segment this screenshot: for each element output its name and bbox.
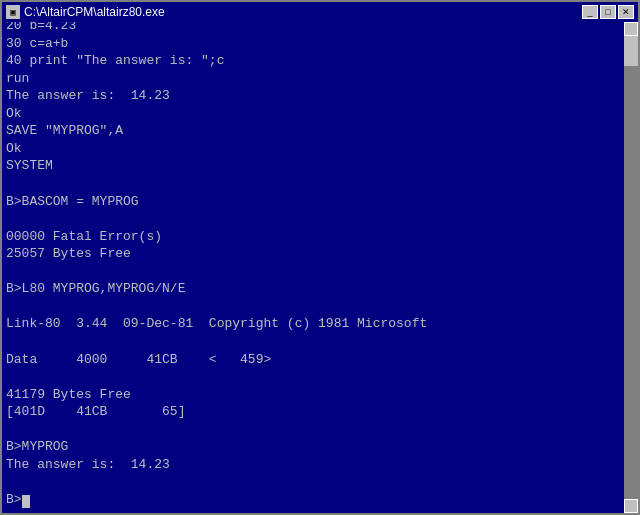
title-bar-left: ▣ C:\AltairCPM\altairz80.exe: [6, 5, 165, 19]
main-window: ▣ C:\AltairCPM\altairz80.exe _ □ ✕ B> B>…: [0, 0, 640, 515]
terminal-cursor: [22, 495, 30, 508]
window-title: C:\AltairCPM\altairz80.exe: [24, 5, 165, 19]
window-icon: ▣: [6, 5, 20, 19]
scrollbar[interactable]: ▲ ▼: [624, 22, 638, 513]
title-buttons: _ □ ✕: [582, 5, 634, 19]
scrollbar-thumb[interactable]: [624, 36, 638, 66]
terminal-area[interactable]: B> B> B> B> B> B>mbasic BASIC-80 Rev. 5.…: [2, 22, 638, 513]
close-button[interactable]: ✕: [618, 5, 634, 19]
terminal-output: B> B> B> B> B> B>mbasic BASIC-80 Rev. 5.…: [2, 22, 624, 513]
minimize-button[interactable]: _: [582, 5, 598, 19]
scrollbar-track[interactable]: [624, 36, 638, 499]
scroll-down-button[interactable]: ▼: [624, 499, 638, 513]
title-bar: ▣ C:\AltairCPM\altairz80.exe _ □ ✕: [2, 2, 638, 22]
scroll-up-button[interactable]: ▲: [624, 22, 638, 36]
maximize-button[interactable]: □: [600, 5, 616, 19]
